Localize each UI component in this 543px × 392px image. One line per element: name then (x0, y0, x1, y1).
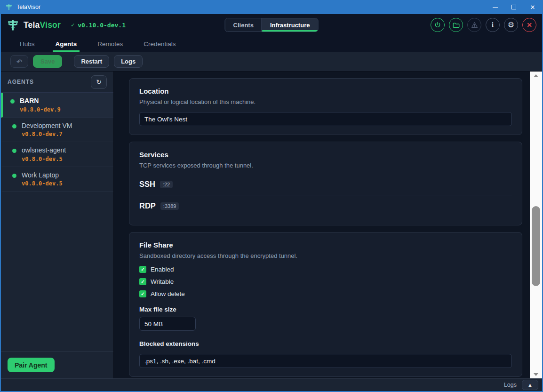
services-card-title: Services (139, 151, 512, 159)
agent-info: Work Laptop v0.8.0-dev.5 (22, 171, 63, 187)
service-name: SSH (139, 180, 155, 189)
checkbox-label: Writable (151, 278, 174, 285)
checkbox-row-writable: ✓ Writable (139, 278, 512, 285)
window-controls: ✕ (486, 0, 542, 14)
save-button[interactable]: Save (33, 55, 62, 68)
window-title: TelaVisor (16, 4, 40, 10)
location-card: Location Physical or logical location of… (129, 78, 522, 135)
logs-button[interactable]: Logs (114, 55, 143, 68)
app-logo-icon (7, 19, 19, 32)
agent-version: v0.8.0-dev.9 (20, 106, 61, 113)
refresh-icon: ↻ (96, 78, 102, 86)
nav-tab-hubs[interactable]: Hubs (17, 36, 38, 52)
scrollbar-thumb[interactable] (532, 206, 540, 286)
refresh-agents-button[interactable]: ↻ (91, 75, 107, 89)
os-titlebar: TelaVisor ✕ (1, 0, 542, 14)
blocked-extensions-input[interactable] (139, 354, 512, 368)
file-share-card-title: File Share (139, 241, 512, 249)
sidebar-title: AGENTS (8, 79, 34, 85)
agent-list-item-owlsnest-agent[interactable]: owlsnest-agent v0.8.0-dev.5 (1, 142, 113, 167)
maximize-button[interactable] (504, 0, 523, 14)
power-button[interactable] (431, 18, 445, 32)
nav-tab-remotes[interactable]: Remotes (95, 36, 126, 52)
agent-name: Work Laptop (22, 171, 63, 180)
info-button[interactable]: i (486, 18, 500, 32)
blocked-extensions-label: Blocked extensions (139, 340, 512, 347)
tab-clients[interactable]: Clients (225, 18, 262, 32)
settings-button[interactable]: ⚙ (504, 18, 518, 32)
agent-list: BARN v0.8.0-dev.9 Development VM v0.8.0-… (1, 93, 113, 192)
section-nav: Hubs Agents Remotes Credentials (1, 36, 542, 52)
agent-status-dot (12, 174, 16, 178)
scrollbar-down-arrow[interactable] (530, 370, 542, 378)
vertical-scrollbar[interactable] (530, 72, 542, 378)
close-button[interactable]: ✕ (523, 0, 542, 14)
max-file-size-label: Max file size (139, 306, 512, 313)
app-logo-icon (5, 3, 13, 11)
logs-panel-toggle-button[interactable]: ▲ (522, 380, 538, 390)
max-file-size-input[interactable] (139, 317, 196, 331)
titlebar-brand: TelaVisor (1, 3, 40, 11)
info-icon: i (492, 21, 494, 29)
allow-delete-checkbox[interactable]: ✓ (139, 290, 146, 297)
app-window: TelaVisor ✕ TelaV (0, 0, 543, 392)
restart-button[interactable]: Restart (74, 55, 109, 68)
writable-checkbox[interactable]: ✓ (139, 278, 146, 285)
agent-list-item-barn[interactable]: BARN v0.8.0-dev.9 (1, 93, 113, 118)
location-input[interactable] (139, 112, 512, 126)
agent-info: owlsnest-agent v0.8.0-dev.5 (22, 146, 66, 162)
nav-tab-credentials[interactable]: Credentials (141, 36, 178, 52)
exit-button[interactable]: ✕ (522, 18, 536, 32)
service-port-badge: :22 (160, 181, 173, 188)
sidebar-spacer (1, 192, 113, 351)
toolbar-divider (68, 56, 68, 67)
enabled-checkbox[interactable]: ✓ (139, 266, 146, 273)
settings-cards: Location Physical or logical location of… (114, 72, 530, 378)
up-triangle-icon (534, 74, 538, 77)
service-name: RDP (139, 201, 156, 210)
gear-icon: ⚙ (508, 21, 514, 29)
agent-list-item-development-vm[interactable]: Development VM v0.8.0-dev.7 (1, 118, 113, 143)
agent-detail-panel: Location Physical or logical location of… (114, 72, 542, 378)
agent-list-item-work-laptop[interactable]: Work Laptop v0.8.0-dev.5 (1, 167, 113, 192)
warnings-button[interactable] (467, 18, 481, 32)
agent-info: Development VM v0.8.0-dev.7 (22, 122, 72, 138)
minimize-button[interactable] (486, 0, 504, 14)
scrollbar-up-arrow[interactable] (530, 72, 542, 80)
pair-agent-button[interactable]: Pair Agent (8, 358, 55, 372)
tab-infrastructure[interactable]: Infrastructure (262, 18, 318, 32)
up-triangle-icon: ▲ (527, 382, 533, 388)
services-card-description: TCP services exposed through the tunnel. (139, 162, 512, 169)
agent-version: v0.8.0-dev.7 (22, 131, 72, 137)
folder-button[interactable] (449, 18, 463, 32)
power-icon (434, 22, 441, 28)
undo-button[interactable]: ↶ (10, 55, 28, 68)
status-bar: Logs ▲ (1, 378, 542, 391)
agent-info: BARN v0.8.0-dev.9 (20, 97, 61, 113)
folder-icon (453, 22, 460, 28)
checkbox-row-enabled: ✓ Enabled (139, 266, 512, 273)
close-icon: ✕ (530, 4, 535, 10)
agent-version: v0.8.0-dev.5 (22, 180, 63, 187)
brand-name-first: Tela (24, 20, 40, 30)
agent-status-dot (12, 124, 16, 128)
version-text: v0.10.0-dev.1 (78, 22, 126, 29)
header-action-buttons: i ⚙ ✕ (431, 18, 536, 32)
agent-status-dot (12, 149, 16, 153)
file-share-card: File Share Sandboxed directory access th… (129, 232, 522, 377)
checkbox-label: Enabled (151, 266, 174, 273)
file-share-card-description: Sandboxed directory access through the e… (139, 252, 512, 259)
app-header: TelaVisor ✓ v0.10.0-dev.1 Clients Infras… (1, 14, 542, 36)
checkbox-label: Allow delete (151, 290, 185, 297)
service-port-badge: :3389 (160, 202, 179, 210)
location-card-title: Location (139, 87, 512, 95)
undo-icon: ↶ (16, 58, 22, 65)
sidebar-footer: Pair Agent (1, 351, 113, 378)
minimize-icon (493, 7, 498, 8)
nav-tab-agents[interactable]: Agents (53, 36, 80, 52)
location-card-description: Physical or logical location of this mac… (139, 98, 512, 105)
agent-name: owlsnest-agent (22, 146, 66, 155)
agent-name: Development VM (22, 122, 72, 130)
brand-name: TelaVisor (24, 20, 61, 30)
agent-name: BARN (20, 97, 61, 105)
